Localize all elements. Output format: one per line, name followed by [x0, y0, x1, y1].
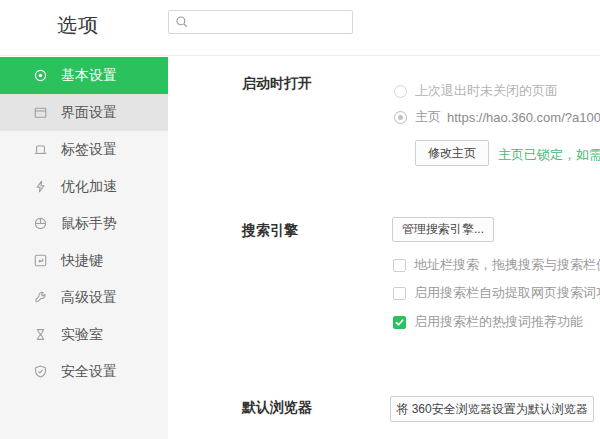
manage-search-engines-button[interactable]: 管理搜索引擎... — [392, 217, 494, 242]
hot-words-checkbox[interactable] — [393, 316, 406, 329]
checkbox-addressbar-search-row[interactable]: 地址栏搜索，拖拽搜索与搜索栏保持 — [393, 256, 600, 274]
last-session-label: 上次退出时未关闭的页面 — [415, 82, 558, 100]
radio-homepage-row[interactable]: 主页 https://hao.360.com/?a100 — [394, 108, 600, 126]
set-default-browser-button[interactable]: 将 360安全浏览器设置为默认浏览器 — [390, 396, 594, 422]
sidebar-item-label: 优化加速 — [61, 178, 117, 196]
sidebar-item-tab-settings[interactable]: 标签设置 — [0, 131, 168, 168]
window-icon — [33, 105, 48, 120]
page-title: 选项 — [57, 12, 99, 39]
sidebar-item-label: 高级设置 — [61, 289, 117, 307]
last-session-radio[interactable] — [394, 85, 407, 98]
sidebar-item-label: 实验室 — [61, 326, 103, 344]
auto-extract-label: 启用搜索栏自动提取网页搜索词功能 — [414, 284, 600, 302]
sidebar-item-advanced-settings[interactable]: 高级设置 — [0, 279, 168, 316]
wrench-icon — [33, 290, 48, 305]
sidebar-item-mouse-gestures[interactable]: 鼠标手势 — [0, 205, 168, 242]
sidebar-item-security-settings[interactable]: 安全设置 — [0, 353, 168, 390]
check-icon — [395, 318, 404, 327]
search-icon — [175, 15, 189, 29]
lightning-icon — [33, 179, 48, 194]
homepage-radio-label: 主页 — [415, 108, 441, 126]
checkbox-hot-words-row[interactable]: 启用搜索栏的热搜词推荐功能 — [393, 313, 583, 331]
homepage-url: https://hao.360.com/?a100 — [447, 110, 600, 125]
mouse-icon — [33, 216, 48, 231]
sidebar: 基本设置 界面设置 标签设置 优化加速 鼠标手势 — [0, 57, 168, 439]
modify-homepage-button[interactable]: 修改主页 — [415, 140, 489, 166]
sidebar-item-label: 鼠标手势 — [61, 215, 117, 233]
sidebar-item-basic-settings[interactable]: 基本设置 — [0, 57, 168, 94]
homepage-locked-note: 主页已锁定，如需修 — [498, 146, 600, 164]
sidebar-item-label: 界面设置 — [61, 104, 117, 122]
search-engine-section-label: 搜索引擎 — [242, 222, 298, 240]
addressbar-search-checkbox[interactable] — [393, 259, 406, 272]
radio-last-session-row[interactable]: 上次退出时未关闭的页面 — [394, 82, 558, 100]
sidebar-item-label: 标签设置 — [61, 141, 117, 159]
search-box[interactable] — [168, 10, 353, 34]
sidebar-item-label: 快捷键 — [61, 252, 103, 270]
header: 选项 — [0, 0, 600, 56]
tab-icon — [33, 142, 48, 157]
sidebar-item-optimization[interactable]: 优化加速 — [0, 168, 168, 205]
search-input[interactable] — [193, 13, 352, 31]
main-content: 启动时打开 上次退出时未关闭的页面 主页 https://hao.360.com… — [168, 56, 600, 439]
auto-extract-checkbox[interactable] — [393, 287, 406, 300]
default-browser-section-label: 默认浏览器 — [242, 399, 312, 417]
sidebar-item-shortcuts[interactable]: 快捷键 — [0, 242, 168, 279]
homepage-locked-text: 主页已锁定，如需修 — [498, 146, 600, 164]
gear-icon — [33, 68, 48, 83]
sidebar-item-label: 安全设置 — [61, 363, 117, 381]
checkbox-auto-extract-row[interactable]: 启用搜索栏自动提取网页搜索词功能 — [393, 284, 600, 302]
homepage-radio[interactable] — [394, 111, 407, 124]
shield-check-icon — [33, 364, 48, 379]
flask-icon — [33, 327, 48, 342]
sidebar-item-interface-settings[interactable]: 界面设置 — [0, 94, 168, 131]
enter-key-icon — [33, 253, 48, 268]
sidebar-item-lab[interactable]: 实验室 — [0, 316, 168, 353]
startup-section-label: 启动时打开 — [242, 75, 312, 93]
hot-words-label: 启用搜索栏的热搜词推荐功能 — [414, 313, 583, 331]
addressbar-search-label: 地址栏搜索，拖拽搜索与搜索栏保持 — [414, 256, 600, 274]
sidebar-item-label: 基本设置 — [61, 67, 117, 85]
